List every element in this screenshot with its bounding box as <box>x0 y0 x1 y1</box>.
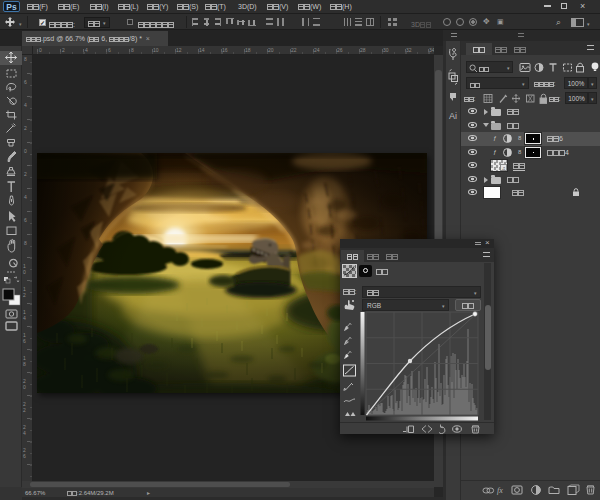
svg-text:fx: fx <box>497 486 503 495</box>
svg-text:Ai: Ai <box>449 111 457 121</box>
